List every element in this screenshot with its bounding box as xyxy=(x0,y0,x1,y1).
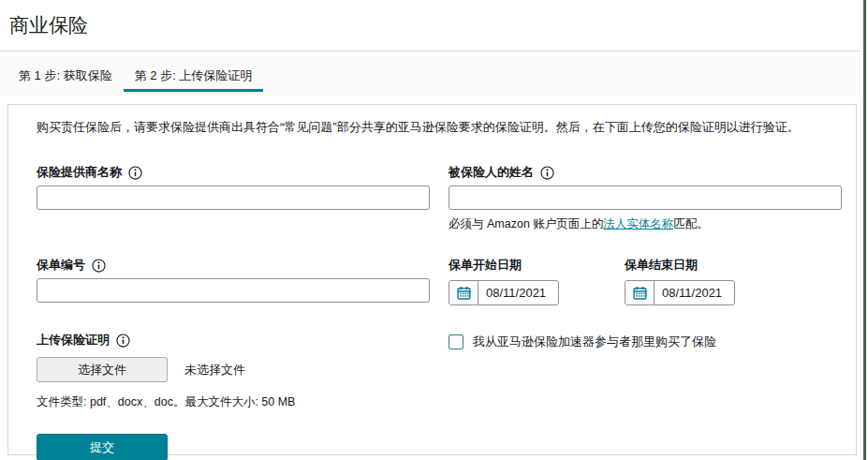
insured-name-label: 被保险人的姓名 xyxy=(449,164,534,181)
upload-proof-panel: 购买责任保险后，请要求保险提供商出具符合“常见问题”部分共享的亚马逊保险要求的保… xyxy=(7,104,857,455)
submit-button[interactable]: 提交 xyxy=(37,434,168,460)
policy-number-input[interactable] xyxy=(37,278,430,303)
policy-start-date-picker[interactable] xyxy=(449,280,559,305)
title-divider xyxy=(0,51,860,52)
window-edge-line xyxy=(863,0,866,460)
policy-start-date-input[interactable] xyxy=(478,281,557,304)
accelerator-checkbox[interactable] xyxy=(449,334,463,349)
policy-end-date-picker[interactable] xyxy=(625,280,735,305)
provider-name-label: 保险提供商名称 xyxy=(37,164,122,181)
policy-start-date-field: 保单开始日期 xyxy=(449,257,559,305)
no-file-selected-text: 未选择文件 xyxy=(184,362,245,378)
policy-end-date-input[interactable] xyxy=(655,281,733,304)
policy-dates-row: 保单开始日期 保单结束日期 xyxy=(449,257,842,305)
choose-file-button[interactable]: 选择文件 xyxy=(37,357,168,382)
provider-name-input[interactable] xyxy=(37,185,430,210)
policy-number-label: 保单编号 xyxy=(37,257,85,274)
info-icon[interactable] xyxy=(92,259,106,273)
info-icon[interactable] xyxy=(128,166,142,180)
file-type-note: 文件类型: pdf、docx、doc。最大文件大小: 50 MB xyxy=(37,394,430,410)
upload-proof-label: 上传保险证明 xyxy=(37,332,110,349)
insured-name-input[interactable] xyxy=(449,185,842,210)
provider-name-field: 保险提供商名称 xyxy=(37,164,430,210)
info-icon[interactable] xyxy=(540,166,554,180)
accelerator-checkbox-label[interactable]: 我从亚马逊保险加速器参与者那里购买了保险 xyxy=(473,334,716,350)
tab-step1-get-insurance[interactable]: 第 1 步: 获取保险 xyxy=(7,61,124,92)
insured-name-helper: 必须与 Amazon 账户页面上的法人实体名称匹配。 xyxy=(449,216,842,232)
upload-proof-field: 上传保险证明 选择文件 未选择文件 文件类型: pdf、docx、doc。最大文… xyxy=(37,332,430,410)
policy-end-date-field: 保单结束日期 xyxy=(625,257,735,305)
intro-text: 购买责任保险后，请要求保险提供商出具符合“常见问题”部分共享的亚马逊保险要求的保… xyxy=(37,119,828,135)
file-chooser: 选择文件 未选择文件 xyxy=(37,357,430,382)
accelerator-checkbox-row: 我从亚马逊保险加速器参与者那里购买了保险 xyxy=(449,334,842,350)
page-header: 商业保险 xyxy=(0,0,868,51)
calendar-icon[interactable] xyxy=(625,281,655,304)
policy-start-date-label: 保单开始日期 xyxy=(449,257,522,274)
insured-name-field: 被保险人的姓名 必须与 Amazon 账户页面上的法人实体名称匹配。 xyxy=(449,164,842,232)
info-icon[interactable] xyxy=(116,334,130,348)
policy-number-field: 保单编号 xyxy=(37,257,430,303)
policy-end-date-label: 保单结束日期 xyxy=(625,257,698,274)
tab-step2-upload-proof[interactable]: 第 2 步: 上传保险证明 xyxy=(124,61,264,92)
helper-suffix: 匹配。 xyxy=(673,217,709,230)
legal-entity-name-link[interactable]: 法人实体名称 xyxy=(603,217,673,230)
helper-prefix: 必须与 Amazon 账户页面上的 xyxy=(449,217,603,230)
page-title: 商业保险 xyxy=(9,12,868,38)
tab-bar: 第 1 步: 获取保险 第 2 步: 上传保险证明 xyxy=(0,56,860,96)
calendar-icon[interactable] xyxy=(449,281,478,304)
